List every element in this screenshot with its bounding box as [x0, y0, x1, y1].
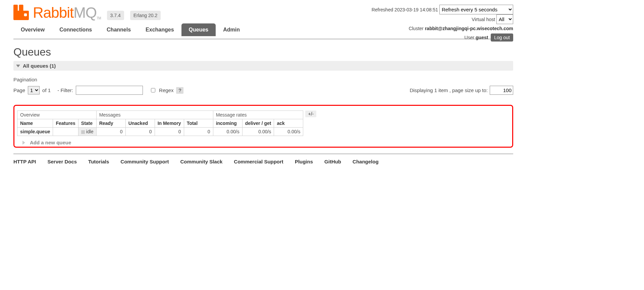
header: RabbitMQTM 3.7.4 Erlang 20.2 Refreshed 2…	[13, 5, 513, 39]
table-row: simple.queue idle 0 0 0 0 0.00/s 0.00/s …	[17, 128, 303, 136]
cell-in-memory: 0	[155, 128, 184, 136]
tab-overview[interactable]: Overview	[13, 23, 52, 36]
svg-rect-3	[24, 13, 27, 16]
cell-state: idle	[78, 128, 96, 136]
th-ack[interactable]: ack	[274, 119, 303, 128]
th-total[interactable]: Total	[184, 119, 213, 128]
vhost-label: Virtual host	[472, 17, 495, 22]
th-name[interactable]: Name	[17, 119, 53, 128]
filter-label: - Filter:	[57, 87, 73, 93]
logo[interactable]: RabbitMQTM	[13, 5, 101, 20]
cell-incoming: 0.00/s	[213, 128, 242, 136]
rabbitmq-logo-icon	[13, 5, 29, 20]
filter-input[interactable]	[76, 86, 143, 95]
th-state[interactable]: State	[78, 119, 96, 128]
footer-links: HTTP API Server Docs Tutorials Community…	[13, 154, 513, 169]
th-unacked[interactable]: Unacked	[125, 119, 155, 128]
cluster-label: Cluster	[409, 26, 423, 31]
th-group-overview: Overview	[17, 111, 97, 119]
footer-github[interactable]: GitHub	[324, 159, 341, 164]
page-title: Queues	[13, 46, 513, 58]
page-of-label: of 1	[42, 87, 51, 93]
th-incoming[interactable]: incoming	[213, 119, 242, 128]
pagination-label: Pagination	[13, 77, 513, 82]
chevron-right-icon	[22, 141, 27, 145]
queues-table: Overview Messages Message rates Name Fea…	[17, 111, 303, 136]
logout-button[interactable]: Log out	[491, 33, 513, 42]
refreshed-label: Refreshed 2023-03-19 14:08:51	[372, 7, 438, 12]
footer-commercial-support[interactable]: Commercial Support	[234, 159, 283, 164]
logo-text: RabbitMQTM	[33, 5, 101, 20]
cell-total: 0	[184, 128, 213, 136]
footer-server-docs[interactable]: Server Docs	[48, 159, 77, 164]
tab-connections[interactable]: Connections	[52, 23, 99, 36]
columns-toggle-button[interactable]: +/-	[305, 111, 316, 117]
regex-checkbox[interactable]	[151, 88, 155, 92]
cell-deliver-get: 0.00/s	[242, 128, 274, 136]
page-size-input[interactable]	[490, 86, 513, 95]
th-ready[interactable]: Ready	[96, 119, 125, 128]
add-queue-label: Add a new queue	[30, 140, 71, 145]
footer-community-slack[interactable]: Community Slack	[180, 159, 222, 164]
footer-community-support[interactable]: Community Support	[120, 159, 169, 164]
footer-tutorials[interactable]: Tutorials	[88, 159, 109, 164]
tab-queues[interactable]: Queues	[181, 23, 216, 36]
th-deliver-get[interactable]: deliver / get	[242, 119, 274, 128]
refresh-interval-select[interactable]: Refresh every 5 seconds	[439, 5, 513, 14]
cell-ack: 0.00/s	[274, 128, 303, 136]
regex-help-icon[interactable]: ?	[176, 87, 183, 94]
erlang-badge: Erlang 20.2	[130, 11, 161, 20]
section-all-queues[interactable]: All queues (1)	[13, 61, 513, 71]
footer-plugins[interactable]: Plugins	[295, 159, 313, 164]
tab-admin[interactable]: Admin	[216, 23, 247, 36]
tab-channels[interactable]: Channels	[99, 23, 138, 36]
queue-name-link[interactable]: simple.queue	[20, 129, 50, 134]
page-label: Page	[13, 87, 25, 93]
version-badge: 3.7.4	[107, 11, 124, 20]
user-name: guest	[476, 35, 488, 40]
cell-unacked: 0	[125, 128, 155, 136]
add-queue-toggle[interactable]: Add a new queue	[22, 140, 71, 145]
cell-features	[53, 128, 78, 136]
displaying-label: Displaying 1 item , page size up to:	[410, 87, 488, 93]
state-idle-icon	[81, 130, 85, 134]
queues-table-highlight: Overview Messages Message rates Name Fea…	[13, 105, 513, 148]
footer-changelog[interactable]: Changelog	[353, 159, 379, 164]
regex-label: Regex	[159, 87, 173, 93]
cluster-name: rabbit@zhangjingqi-pc.wisecotech.com	[425, 26, 513, 31]
th-in-memory[interactable]: In Memory	[155, 119, 184, 128]
tab-exchanges[interactable]: Exchanges	[138, 23, 181, 36]
th-features: Features	[53, 119, 78, 128]
th-group-rates: Message rates	[213, 111, 303, 119]
header-status: Refreshed 2023-03-19 14:08:51 Refresh ev…	[372, 5, 513, 42]
footer-http-api[interactable]: HTTP API	[13, 159, 36, 164]
section-all-queues-label: All queues (1)	[23, 63, 56, 69]
th-group-messages: Messages	[96, 111, 213, 119]
page-select[interactable]: 1	[28, 86, 40, 94]
filter-row: Page 1 of 1 - Filter: Regex ? Displaying…	[13, 86, 513, 95]
vhost-select[interactable]: All	[496, 14, 513, 24]
cell-ready: 0	[96, 128, 125, 136]
chevron-down-icon	[16, 65, 20, 67]
user-label: User	[465, 35, 475, 40]
